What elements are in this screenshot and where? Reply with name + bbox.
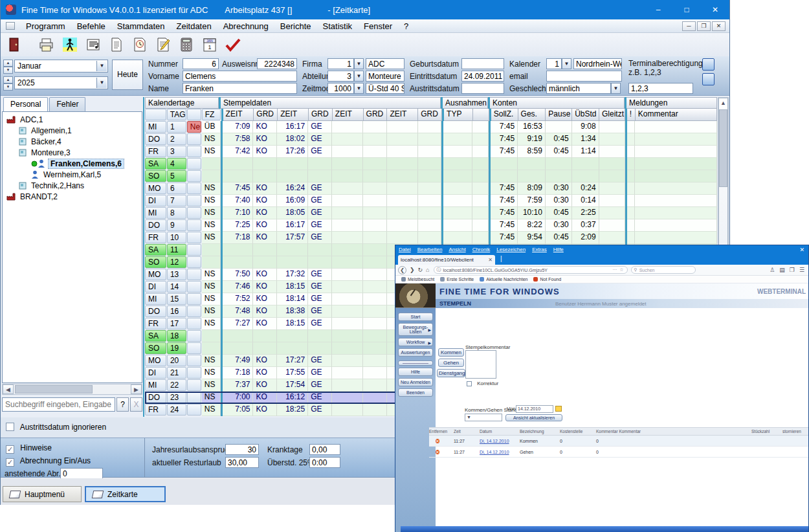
bookmark-item[interactable]: Aktuelle Nachrichten — [480, 277, 527, 282]
grade-cell[interactable]: KO — [253, 293, 277, 305]
kalender-dropdown-icon[interactable]: ▼ — [562, 58, 571, 69]
grade-cell[interactable] — [308, 330, 332, 342]
grade-cell[interactable] — [308, 256, 332, 269]
column-header[interactable]: SollZ. — [491, 109, 518, 121]
grade-cell[interactable]: KO — [253, 232, 277, 244]
sollzeit-cell[interactable]: 7:45 — [491, 146, 518, 158]
day-number-cell[interactable]: 19 — [167, 342, 186, 354]
gesamt-cell[interactable]: 8:09 — [518, 183, 546, 195]
chevron-down-icon[interactable]: ▼ — [96, 78, 107, 88]
grade-cell[interactable] — [418, 219, 442, 232]
column-header[interactable]: FZ — [202, 109, 221, 120]
pause-cell[interactable] — [546, 158, 572, 170]
ueberstunden-cell[interactable]: 0:37 — [572, 219, 599, 232]
weekday-cell[interactable]: DI — [145, 281, 166, 293]
time-out-cell[interactable]: 18:02 — [277, 133, 308, 146]
ausnahme-cell[interactable] — [472, 232, 489, 244]
column-header[interactable]: ZEIT — [387, 109, 418, 121]
time-cell[interactable] — [332, 318, 363, 330]
hinweise-checkbox[interactable]: ✓ — [6, 445, 14, 454]
fz-cell[interactable]: NS — [202, 318, 221, 330]
column-header[interactable]: Gleitzt — [599, 109, 625, 121]
kalender-name-field[interactable]: Nordrhein-We — [573, 58, 622, 69]
menu-item-statistik[interactable]: Statistik — [317, 20, 359, 32]
gesamt-cell[interactable]: 8:59 — [518, 146, 546, 158]
library-icon[interactable]: ▤ — [779, 267, 785, 273]
resturlaub-field[interactable]: 30,00 — [225, 457, 259, 468]
grade-cell[interactable]: GE — [308, 404, 332, 416]
email-field[interactable] — [546, 71, 622, 82]
sidebar-item-beenden[interactable]: Beenden — [398, 388, 433, 397]
day-number-cell[interactable]: 24 — [167, 404, 186, 416]
fz-cell[interactable]: NS — [202, 146, 221, 158]
grade-cell[interactable] — [363, 232, 387, 244]
weekday-cell[interactable]: DO — [145, 219, 166, 231]
flag-cell[interactable] — [187, 170, 201, 182]
gleitzeit-cell[interactable] — [599, 170, 625, 183]
delete-icon[interactable]: ✕ — [436, 439, 439, 443]
grade-cell[interactable]: KO — [253, 195, 277, 207]
time-cell[interactable] — [332, 293, 363, 305]
time-in-cell[interactable]: 7:27 — [223, 318, 254, 330]
fz-cell[interactable]: NS — [202, 379, 221, 392]
zeitmodell-dropdown-icon[interactable]: ▼ — [354, 83, 364, 94]
exit-door-icon[interactable] — [6, 36, 23, 53]
vorname-field[interactable]: Clemens — [183, 71, 297, 82]
new-flag-cell[interactable]: Neu — [187, 121, 201, 133]
time-in-cell[interactable]: 7:05 — [223, 404, 254, 416]
flag-cell[interactable] — [187, 355, 201, 366]
pause-cell[interactable]: 0:45 — [546, 146, 572, 158]
grade-cell[interactable] — [363, 318, 387, 330]
grade-cell[interactable] — [308, 244, 332, 256]
sollzeit-cell[interactable]: 7:45 — [491, 121, 518, 133]
time-cell[interactable] — [332, 281, 363, 293]
weekday-cell[interactable]: FR — [145, 146, 166, 157]
column-header[interactable]: GRD — [364, 109, 388, 121]
day-number-cell[interactable]: 21 — [167, 367, 186, 379]
fz-cell[interactable]: NS — [202, 183, 221, 195]
typ-cell[interactable] — [443, 183, 472, 195]
abteilung-number-field[interactable]: 3 — [327, 71, 354, 82]
fz-cell[interactable]: NS — [202, 232, 221, 244]
flag-cell[interactable] — [187, 342, 201, 354]
time-cell[interactable] — [387, 133, 418, 146]
menu-item-zeitdaten[interactable]: Zeitdaten — [170, 20, 217, 32]
time-out-cell[interactable]: 16:09 — [277, 195, 308, 207]
fz-cell[interactable]: NS — [202, 293, 221, 305]
tab-zeitkarte[interactable]: Zeitkarte — [85, 486, 166, 502]
grade-cell[interactable]: GE — [308, 379, 332, 392]
ausnahme-cell[interactable] — [472, 158, 489, 170]
weekday-cell[interactable]: MO — [145, 183, 166, 194]
kranktage-field[interactable]: 0,00 — [309, 444, 340, 455]
fz-cell[interactable]: NS — [202, 305, 221, 318]
von-date-field[interactable]: 14.12.2010 — [516, 405, 553, 413]
grade-cell[interactable] — [363, 355, 387, 367]
grade-cell[interactable] — [253, 244, 277, 256]
calendar-jan1-icon[interactable]: JAN1 — [201, 36, 218, 53]
day-number-cell[interactable]: 16 — [167, 305, 186, 317]
tab-close-icon[interactable]: ✕ — [488, 257, 493, 263]
grade-cell[interactable]: GE — [308, 367, 332, 379]
time-out-cell[interactable]: 17:26 — [277, 146, 308, 158]
warning-cell[interactable] — [627, 183, 636, 195]
grade-cell[interactable]: GE — [308, 281, 332, 293]
sidebar-item-neuanmelden[interactable]: Neu Anmelden — [398, 378, 433, 386]
sollzeit-cell[interactable] — [491, 158, 518, 170]
gesamt-cell[interactable]: 16:53 — [518, 121, 546, 133]
weekday-cell[interactable]: MI — [145, 121, 166, 133]
gleitzeit-cell[interactable] — [599, 133, 625, 146]
fz-cell[interactable] — [202, 170, 221, 183]
pause-cell[interactable]: 0:45 — [546, 133, 572, 146]
time-out-cell[interactable] — [277, 330, 308, 342]
kalender-number-field[interactable]: 1 — [546, 58, 562, 69]
gleitzeit-cell[interactable] — [599, 219, 625, 232]
approve-check-icon[interactable] — [225, 36, 241, 53]
flag-cell[interactable] — [187, 293, 201, 305]
grade-cell[interactable] — [363, 219, 387, 232]
scroll-left-icon[interactable]: ◀ — [3, 384, 14, 394]
austrittsdatum-field[interactable] — [461, 83, 504, 94]
flag-cell[interactable] — [187, 219, 201, 231]
bookmark-item[interactable]: Erste Schritte — [440, 277, 474, 282]
ausnahme-cell[interactable] — [472, 183, 489, 195]
grade-cell[interactable] — [253, 342, 277, 355]
